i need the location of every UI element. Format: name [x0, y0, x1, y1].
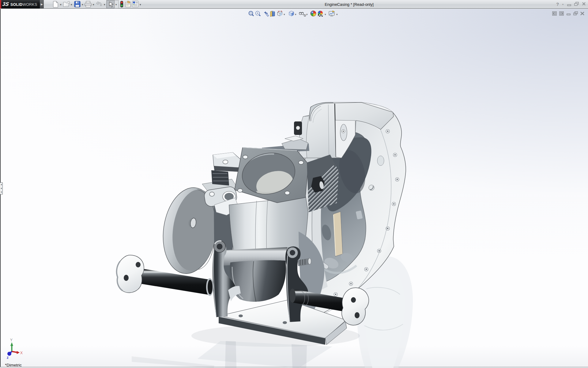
svg-text:▾: ▾: [284, 13, 285, 16]
svg-text:▾: ▾: [306, 13, 308, 16]
svg-text:▾: ▾: [295, 13, 296, 16]
svg-text:*Dimetric: *Dimetric: [5, 363, 22, 367]
svg-text:X: X: [20, 351, 23, 355]
svg-text:z: z: [7, 355, 9, 360]
svg-text:Y: Y: [10, 338, 13, 342]
svg-text:▾: ▾: [336, 13, 338, 16]
svg-text:▾: ▾: [325, 13, 326, 16]
